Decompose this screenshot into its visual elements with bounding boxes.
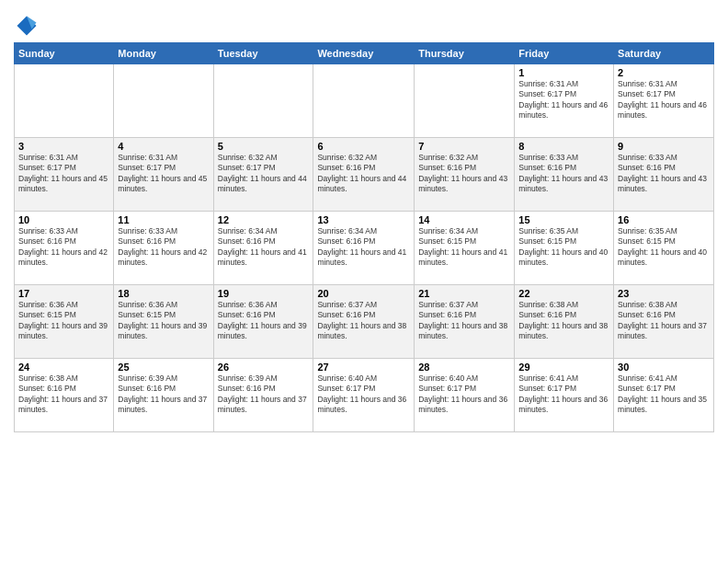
day-number: 23 [618,288,710,299]
day-info: Sunrise: 6:40 AM Sunset: 6:17 PM Dayligh… [317,373,410,416]
calendar-cell: 21Sunrise: 6:37 AM Sunset: 6:16 PM Dayli… [415,285,515,359]
day-info: Sunrise: 6:35 AM Sunset: 6:15 PM Dayligh… [518,226,609,269]
day-number: 13 [317,214,410,225]
calendar-cell [415,64,515,138]
day-info: Sunrise: 6:36 AM Sunset: 6:15 PM Dayligh… [18,300,109,342]
calendar-cell [114,64,213,138]
calendar-cell: 23Sunrise: 6:38 AM Sunset: 6:16 PM Dayli… [614,285,714,359]
calendar-cell [313,64,415,138]
day-info: Sunrise: 6:33 AM Sunset: 6:16 PM Dayligh… [618,153,710,195]
day-number: 1 [518,67,609,78]
day-info: Sunrise: 6:39 AM Sunset: 6:16 PM Dayligh… [218,373,310,416]
calendar-cell: 9Sunrise: 6:33 AM Sunset: 6:16 PM Daylig… [614,138,714,212]
day-info: Sunrise: 6:31 AM Sunset: 6:17 PM Dayligh… [518,79,609,121]
calendar-week-row: 24Sunrise: 6:38 AM Sunset: 6:16 PM Dayli… [15,359,714,432]
day-number: 17 [18,288,109,299]
calendar-cell: 15Sunrise: 6:35 AM Sunset: 6:15 PM Dayli… [515,212,614,285]
calendar-cell: 11Sunrise: 6:33 AM Sunset: 6:16 PM Dayli… [114,212,213,285]
day-number: 14 [418,214,510,225]
day-number: 28 [418,362,510,373]
day-number: 30 [618,362,710,373]
logo-icon [14,13,40,39]
day-info: Sunrise: 6:33 AM Sunset: 6:16 PM Dayligh… [18,226,109,269]
day-number: 19 [218,288,310,299]
calendar-cell: 6Sunrise: 6:32 AM Sunset: 6:16 PM Daylig… [313,138,415,212]
day-info: Sunrise: 6:31 AM Sunset: 6:17 PM Dayligh… [118,153,209,195]
calendar-cell: 10Sunrise: 6:33 AM Sunset: 6:16 PM Dayli… [15,212,114,285]
day-info: Sunrise: 6:37 AM Sunset: 6:16 PM Dayligh… [418,300,510,342]
day-info: Sunrise: 6:34 AM Sunset: 6:16 PM Dayligh… [218,226,310,269]
calendar-cell: 14Sunrise: 6:34 AM Sunset: 6:15 PM Dayli… [415,212,515,285]
calendar-cell: 1Sunrise: 6:31 AM Sunset: 6:17 PM Daylig… [515,64,614,138]
day-number: 11 [118,214,209,225]
day-number: 15 [518,214,609,225]
weekday-header: Friday [515,43,614,64]
day-info: Sunrise: 6:38 AM Sunset: 6:16 PM Dayligh… [618,300,710,342]
weekday-header: Tuesday [213,43,313,64]
day-info: Sunrise: 6:33 AM Sunset: 6:16 PM Dayligh… [518,153,609,195]
day-info: Sunrise: 6:31 AM Sunset: 6:17 PM Dayligh… [18,153,109,195]
day-number: 26 [218,362,310,373]
day-number: 25 [118,362,209,373]
day-info: Sunrise: 6:32 AM Sunset: 6:17 PM Dayligh… [218,153,310,195]
day-info: Sunrise: 6:36 AM Sunset: 6:16 PM Dayligh… [218,300,310,342]
day-info: Sunrise: 6:40 AM Sunset: 6:17 PM Dayligh… [418,373,510,416]
day-info: Sunrise: 6:35 AM Sunset: 6:15 PM Dayligh… [618,226,710,269]
day-number: 12 [218,214,310,225]
calendar-week-row: 1Sunrise: 6:31 AM Sunset: 6:17 PM Daylig… [15,64,714,138]
calendar-cell: 17Sunrise: 6:36 AM Sunset: 6:15 PM Dayli… [15,285,114,359]
day-info: Sunrise: 6:41 AM Sunset: 6:17 PM Dayligh… [518,373,609,416]
day-number: 29 [518,362,609,373]
day-number: 22 [518,288,609,299]
day-number: 6 [317,141,410,152]
calendar-cell: 28Sunrise: 6:40 AM Sunset: 6:17 PM Dayli… [415,359,515,432]
calendar-week-row: 17Sunrise: 6:36 AM Sunset: 6:15 PM Dayli… [15,285,714,359]
calendar-cell: 25Sunrise: 6:39 AM Sunset: 6:16 PM Dayli… [114,359,213,432]
page: SundayMondayTuesdayWednesdayThursdayFrid… [0,0,728,442]
calendar-cell: 30Sunrise: 6:41 AM Sunset: 6:17 PM Dayli… [614,359,714,432]
day-info: Sunrise: 6:38 AM Sunset: 6:16 PM Dayligh… [18,373,109,416]
day-info: Sunrise: 6:38 AM Sunset: 6:16 PM Dayligh… [518,300,609,342]
calendar-cell: 19Sunrise: 6:36 AM Sunset: 6:16 PM Dayli… [213,285,313,359]
day-number: 18 [118,288,209,299]
calendar-week-row: 10Sunrise: 6:33 AM Sunset: 6:16 PM Dayli… [15,212,714,285]
calendar-cell: 22Sunrise: 6:38 AM Sunset: 6:16 PM Dayli… [515,285,614,359]
weekday-header: Saturday [614,43,714,64]
calendar-cell: 3Sunrise: 6:31 AM Sunset: 6:17 PM Daylig… [15,138,114,212]
weekday-header-row: SundayMondayTuesdayWednesdayThursdayFrid… [15,43,714,64]
day-info: Sunrise: 6:34 AM Sunset: 6:16 PM Dayligh… [317,226,410,269]
weekday-header: Thursday [415,43,515,64]
logo-area [14,13,43,39]
day-info: Sunrise: 6:41 AM Sunset: 6:17 PM Dayligh… [618,373,710,416]
weekday-header: Wednesday [313,43,415,64]
calendar-cell: 27Sunrise: 6:40 AM Sunset: 6:17 PM Dayli… [313,359,415,432]
day-info: Sunrise: 6:37 AM Sunset: 6:16 PM Dayligh… [317,300,410,342]
calendar-cell: 13Sunrise: 6:34 AM Sunset: 6:16 PM Dayli… [313,212,415,285]
day-info: Sunrise: 6:33 AM Sunset: 6:16 PM Dayligh… [118,226,209,269]
calendar-cell: 16Sunrise: 6:35 AM Sunset: 6:15 PM Dayli… [614,212,714,285]
calendar-cell: 5Sunrise: 6:32 AM Sunset: 6:17 PM Daylig… [213,138,313,212]
day-number: 27 [317,362,410,373]
day-info: Sunrise: 6:36 AM Sunset: 6:15 PM Dayligh… [118,300,209,342]
calendar-cell [15,64,114,138]
calendar-cell: 8Sunrise: 6:33 AM Sunset: 6:16 PM Daylig… [515,138,614,212]
calendar-cell: 29Sunrise: 6:41 AM Sunset: 6:17 PM Dayli… [515,359,614,432]
day-number: 4 [118,141,209,152]
calendar-week-row: 3Sunrise: 6:31 AM Sunset: 6:17 PM Daylig… [15,138,714,212]
day-number: 24 [18,362,109,373]
day-number: 20 [317,288,410,299]
day-info: Sunrise: 6:39 AM Sunset: 6:16 PM Dayligh… [118,373,209,416]
day-info: Sunrise: 6:34 AM Sunset: 6:15 PM Dayligh… [418,226,510,269]
day-number: 5 [218,141,310,152]
calendar-cell: 7Sunrise: 6:32 AM Sunset: 6:16 PM Daylig… [415,138,515,212]
day-number: 3 [18,141,109,152]
day-info: Sunrise: 6:32 AM Sunset: 6:16 PM Dayligh… [418,153,510,195]
calendar-cell [213,64,313,138]
day-number: 2 [618,67,710,78]
day-number: 10 [18,214,109,225]
day-number: 16 [618,214,710,225]
day-number: 8 [518,141,609,152]
calendar-cell: 4Sunrise: 6:31 AM Sunset: 6:17 PM Daylig… [114,138,213,212]
weekday-header: Monday [114,43,213,64]
calendar-cell: 20Sunrise: 6:37 AM Sunset: 6:16 PM Dayli… [313,285,415,359]
